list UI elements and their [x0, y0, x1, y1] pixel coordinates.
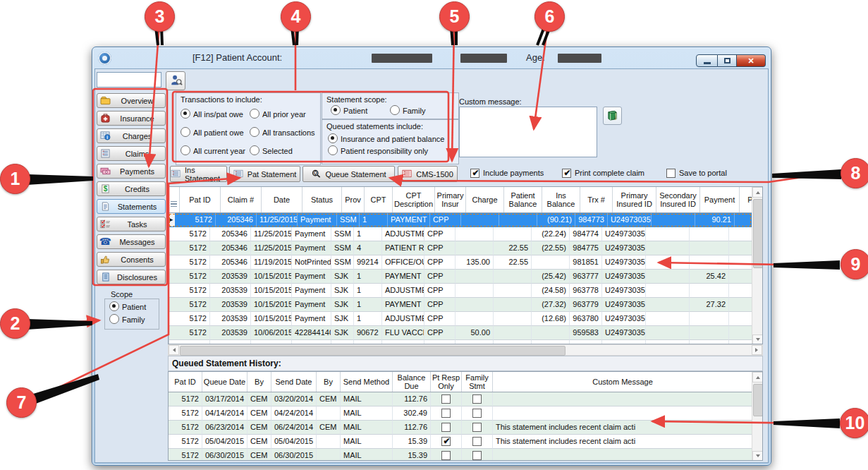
option-all-current-year[interactable]: All current year [181, 145, 245, 155]
column-header-patient-balance[interactable]: Patient Balance [504, 187, 542, 212]
column-header-prov[interactable]: Prov [342, 187, 365, 212]
history-row[interactable]: 517204/14/2014CEM04/24/2014MAIL302.49 [169, 406, 752, 421]
column-header-trx-[interactable]: Trx # [580, 187, 613, 212]
scroll-right-button[interactable] [752, 345, 762, 355]
scroll-up-button[interactable] [752, 187, 763, 198]
print-complete-claim-checkbox[interactable]: Print complete claim [562, 169, 644, 178]
transaction-row[interactable]: 517220353910/15/2015PaymentSJK1PAYMENTCP… [169, 298, 752, 312]
radio-all-ins-pat-owe[interactable] [181, 109, 190, 119]
pat-statement-button[interactable]: Pat Statement [229, 166, 300, 182]
checkbox[interactable] [441, 451, 451, 460]
checkbox[interactable] [441, 423, 451, 432]
transaction-row[interactable]: 517220534611/25/2015PaymentSSM1ADJUSTMEN… [169, 227, 752, 241]
patient-search-button[interactable] [166, 71, 185, 90]
custom-message-textarea[interactable] [459, 107, 597, 157]
minimize-button[interactable] [696, 54, 718, 67]
include-payments-checkbox[interactable]: Include payments [470, 169, 544, 178]
checkbox[interactable] [470, 169, 479, 178]
column-header-pt-resp-only[interactable]: Pt Resp Only [431, 372, 462, 392]
sidebar-item-claims[interactable]: Claims [97, 146, 166, 161]
radio-all-transactions[interactable] [250, 127, 259, 137]
transactions-horizontal-scrollbar[interactable] [168, 344, 763, 356]
column-header-payment[interactable]: Payment [700, 187, 740, 212]
sidebar-item-overview[interactable]: Overview [97, 93, 166, 108]
option-all-patient-owe[interactable]: All patient owe [181, 127, 244, 137]
column-header-cpt-description[interactable]: CPT Description [393, 187, 435, 212]
column-header-send-method[interactable]: Send Method [341, 372, 393, 392]
option-selected[interactable]: Selected [250, 145, 293, 155]
queue-statement-button[interactable]: QQueue Statement [302, 166, 395, 182]
option-family[interactable]: Family [390, 105, 425, 115]
column-header-secondary-insured-id[interactable]: Secondary Insured ID [656, 187, 700, 212]
scroll-down-button[interactable] [752, 451, 763, 461]
close-button[interactable] [737, 54, 766, 67]
column-header-charge[interactable]: Charge [466, 187, 504, 212]
history-row[interactable]: 517206/23/2014CEM06/24/2014CEMMAIL112.76… [169, 421, 752, 435]
scroll-down-button[interactable] [752, 335, 763, 344]
column-header-status[interactable]: Status [302, 187, 342, 212]
radio-family[interactable] [390, 105, 400, 115]
radio-patient[interactable] [331, 105, 341, 115]
option-patient[interactable]: Patient [331, 105, 367, 115]
column-header-pat-id[interactable]: Pat ID [169, 372, 202, 392]
column-header-row-selector[interactable] [169, 187, 180, 212]
column-header-send-date[interactable]: Send Date [271, 372, 317, 392]
option-all-prior-year[interactable]: All prior year [250, 109, 306, 119]
column-header-pat[interactable]: Pat [740, 187, 752, 212]
column-header-custom-message[interactable]: Custom Message [493, 372, 752, 392]
radio-insurance-and-patient-balance[interactable] [328, 133, 338, 143]
radio-all-current-year[interactable] [181, 145, 190, 155]
cms-1500-button[interactable]: CMS-1500 [398, 166, 458, 182]
scroll-thumb[interactable] [753, 384, 763, 416]
checkbox[interactable] [472, 409, 482, 418]
maximize-button[interactable] [718, 54, 737, 67]
column-header-pat-id[interactable]: Pat ID [180, 187, 221, 212]
column-header-by[interactable]: By [317, 372, 341, 392]
radio-all-prior-year[interactable] [250, 109, 259, 119]
history-row[interactable]: 517203/17/2014CEM03/20/2014CEMMAIL112.76 [169, 392, 752, 406]
sidebar-item-disclosures[interactable]: Disclosures [97, 270, 166, 284]
column-header-date[interactable]: Date [262, 187, 302, 212]
sidebar-item-consents[interactable]: Consents [97, 252, 166, 267]
sidebar-item-messages[interactable]: ☎Messages [97, 234, 166, 249]
checkbox[interactable] [441, 394, 451, 404]
radio-patient[interactable] [109, 301, 119, 311]
sidebar-item-charges[interactable]: Charges [97, 128, 166, 143]
history-row[interactable]: 517205/04/2015CEM05/04/2015MAIL15.39This… [169, 435, 752, 449]
patient-search-input[interactable] [97, 72, 161, 88]
radio-all-patient-owe[interactable] [181, 127, 190, 137]
column-header-primary-insur[interactable]: Primary Insur [435, 187, 466, 212]
radio-patient-responsibility-only[interactable] [328, 145, 338, 155]
checkbox[interactable] [562, 169, 571, 178]
transaction-row[interactable]: 517220353910/15/2015PaymentSJK1ADJUSTMEN… [169, 312, 752, 326]
column-header-queue-date[interactable]: Queue Date [202, 372, 247, 392]
scope-option-family[interactable]: Family [109, 314, 145, 324]
transaction-row[interactable]: 517220534611/19/2015NotPrintedSSM99214OF… [169, 255, 752, 270]
save-to-portal-checkbox[interactable]: Save to portal [666, 169, 727, 178]
message-library-button[interactable] [603, 107, 622, 125]
checkbox[interactable] [666, 169, 676, 178]
radio-family[interactable] [109, 314, 119, 324]
sidebar-item-insurance[interactable]: Insurance [97, 111, 166, 126]
column-header-primary-insured-id[interactable]: Primary Insured ID [613, 187, 656, 212]
transaction-row[interactable]: 517220353910/06/2015422844140SJK90460IMM… [169, 340, 752, 344]
option-all-ins-pat-owe[interactable]: All ins/pat owe [181, 109, 243, 119]
ins-statement-button[interactable]: Ins Statement [170, 166, 227, 182]
sidebar-item-tasks[interactable]: Tasks [97, 217, 166, 231]
history-vertical-scrollbar[interactable] [752, 372, 762, 461]
column-header-family-stmt[interactable]: Family Stmt [462, 372, 493, 392]
column-header-cpt[interactable]: CPT [365, 187, 393, 212]
sidebar-item-statements[interactable]: Statements [97, 199, 166, 214]
sidebar-item-credits[interactable]: $Credits [97, 181, 166, 196]
transaction-row[interactable]: 517220353910/15/2015PaymentSJK1PAYMENTCP… [169, 270, 752, 284]
column-header-claim-[interactable]: Claim # [221, 187, 262, 212]
scroll-thumb[interactable] [753, 199, 763, 268]
title-bar[interactable]: [F12] Patient Account: Age: [92, 47, 771, 68]
option-all-transactions[interactable]: All transactions [250, 127, 315, 137]
scroll-up-button[interactable] [752, 372, 763, 382]
checkbox[interactable] [441, 409, 451, 418]
option-insurance-and-patient-balance[interactable]: Insurance and patient balance [328, 133, 444, 143]
column-header-balance-due[interactable]: Balance Due [393, 372, 431, 392]
scroll-left-button[interactable] [169, 345, 179, 355]
transactions-vertical-scrollbar[interactable] [752, 187, 762, 344]
